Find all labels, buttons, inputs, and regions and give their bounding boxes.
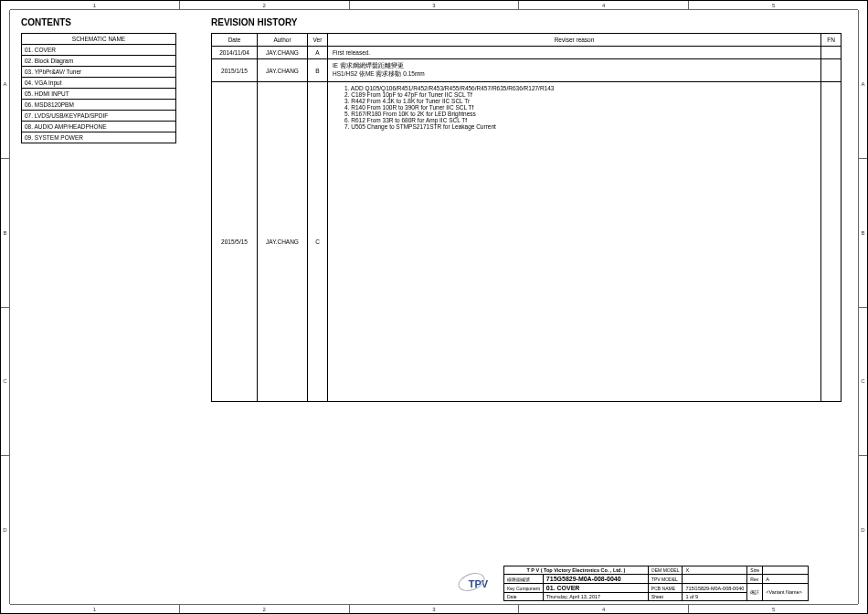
revision-table: Date Author Ver Reviser reason FN 2014/1…: [211, 33, 842, 402]
rev-col-date: Date: [212, 34, 258, 47]
rev-fn: [821, 82, 842, 402]
rev-val: A: [763, 575, 809, 584]
drawing-area: CONTENTS REVISION HISTORY SCHEMATIC NAME…: [10, 10, 858, 604]
schematic-sheet: 1 2 3 4 5 1 2 3 4 5 A B C D A B C D CONT…: [0, 0, 868, 614]
ruler-row: D: [859, 455, 867, 604]
title-table: T P V ( Top Victory Electronics Co. , Lt…: [503, 566, 809, 601]
lbl-pcb: PCB NAME: [648, 584, 683, 593]
lbl-note: 備註: [747, 584, 763, 601]
sheet-val: 1 of 9: [683, 593, 747, 601]
contents-item: 01. COVER: [22, 45, 176, 56]
contents-item: 09. SYSTEM POWER: [22, 132, 176, 143]
rev-author: JAY.CHANG: [258, 47, 308, 59]
rev-col-reason: Reviser reason: [328, 34, 821, 47]
lbl-date: Date: [504, 593, 544, 601]
revision-heading: REVISION HISTORY: [211, 17, 297, 27]
lbl-tpvmodel: TPV MODEL: [648, 575, 683, 584]
rev-author: JAY.CHANG: [258, 59, 308, 82]
ruler-col: 2: [179, 605, 349, 613]
rev-date: 2014/11/04: [212, 47, 258, 59]
contents-heading: CONTENTS: [21, 17, 71, 27]
pcb-name: 715G5829-M0A-008-0040: [683, 584, 747, 593]
page-name: 01. COVER: [543, 584, 648, 593]
rev-reason: IE 需求鋼網焊盤距離變更 HS1/HS2 依ME 需求移動 0.15mm: [328, 59, 821, 82]
logo-ellipse-icon: [456, 569, 487, 594]
ruler-bottom: 1 2 3 4 5: [10, 604, 858, 613]
ruler-col: 1: [10, 1, 179, 9]
rev-date: 2015/1/15: [212, 59, 258, 82]
rev-fn: [821, 59, 842, 82]
ruler-col: 5: [688, 605, 858, 613]
rev-reason: 1. ADD Q105/Q106/R451/R452/R453/R455/R45…: [328, 82, 821, 402]
rev-col-fn: FN: [821, 34, 842, 47]
rev-ver: B: [308, 59, 328, 82]
lbl-line: 線路圖編號: [504, 575, 544, 584]
contents-item: 07. LVDS/USB/KEYPAD/SPDIF: [22, 111, 176, 122]
rev-ver: C: [308, 82, 328, 402]
ruler-row: A: [1, 10, 9, 158]
ruler-right: A B C D: [858, 10, 867, 604]
oem-model: X: [683, 566, 747, 575]
lbl-key: Key Component: [504, 584, 544, 593]
rev-date: 2015/5/15: [212, 82, 258, 402]
part-number: 715G5829-M0A-008-0040: [543, 575, 648, 584]
rev-fn: [821, 47, 842, 59]
contents-item: 05. HDMI INPUT: [22, 89, 176, 100]
contents-table: SCHEMATIC NAME 01. COVER 02. Block Diagr…: [21, 33, 176, 143]
ruler-col: 4: [518, 1, 688, 9]
size-val: [763, 566, 809, 575]
ruler-col: 5: [688, 1, 858, 9]
contents-item: 08. AUDIO AMP/HEADPHONE: [22, 122, 176, 132]
ruler-row: C: [1, 307, 9, 456]
ruler-left: A B C D: [1, 10, 10, 604]
date-val: Thursday, April 13, 2017: [543, 593, 648, 601]
ruler-row: C: [859, 307, 867, 456]
contents-header: SCHEMATIC NAME: [22, 34, 176, 45]
lbl-rev: Rev: [747, 575, 763, 584]
ruler-top: 1 2 3 4 5: [10, 1, 858, 10]
lbl-oem: OEM MODEL: [648, 566, 683, 575]
contents-item: 04. VGA Input: [22, 78, 176, 89]
rev-col-ver: Ver: [308, 34, 328, 47]
rev-reason: First released.: [328, 47, 821, 59]
ruler-row: D: [1, 455, 9, 604]
contents-item: 06. MSD8120PBM: [22, 100, 176, 111]
tpv-model: [683, 575, 747, 584]
ruler-row: A: [859, 10, 867, 158]
variant-name: <Variant Name>: [763, 584, 809, 601]
rev-ver: A: [308, 47, 328, 59]
ruler-col: 1: [10, 605, 179, 613]
ruler-row: B: [1, 158, 9, 307]
lbl-size: Size: [747, 566, 763, 575]
ruler-col: 3: [349, 605, 519, 613]
rev-col-author: Author: [258, 34, 308, 47]
contents-item: 02. Block Diagram: [22, 56, 176, 67]
tpv-logo: TPV: [453, 569, 503, 598]
rev-author: JAY.CHANG: [258, 82, 308, 402]
ruler-col: 4: [518, 605, 688, 613]
contents-item: 03. YPbPr&AV/ Tuner: [22, 67, 176, 78]
ruler-col: 3: [349, 1, 519, 9]
ruler-col: 2: [179, 1, 349, 9]
ruler-row: B: [859, 158, 867, 307]
lbl-sheet: Sheet: [648, 593, 683, 601]
title-block: TPV T P V ( Top Victory Electronics Co. …: [453, 566, 855, 601]
company-name: T P V ( Top Victory Electronics Co. , Lt…: [504, 566, 649, 575]
